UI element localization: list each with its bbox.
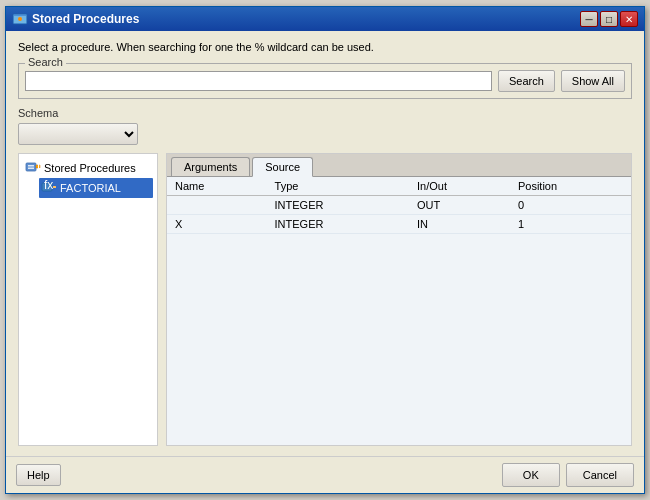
- cell-inout: IN: [409, 215, 510, 234]
- tabs-bar: Arguments Source: [167, 154, 631, 177]
- tree-factorial-item[interactable]: fx FACTORIAL: [39, 178, 153, 198]
- stored-procedures-icon: DB: [25, 160, 41, 176]
- cell-name: X: [167, 215, 267, 234]
- table-row: XINTEGERIN1: [167, 215, 631, 234]
- svg-text:DB: DB: [37, 160, 41, 172]
- description-text: Select a procedure. When searching for o…: [18, 41, 632, 53]
- col-type: Type: [267, 177, 409, 196]
- tab-arguments[interactable]: Arguments: [171, 157, 250, 176]
- right-panel: Arguments Source Name Type In/Out Positi…: [166, 153, 632, 446]
- tree-panel: DB Stored Procedures fx FACTORIAL: [18, 153, 158, 446]
- window-body: Select a procedure. When searching for o…: [6, 31, 644, 456]
- col-inout: In/Out: [409, 177, 510, 196]
- cancel-button[interactable]: Cancel: [566, 463, 634, 487]
- search-row: Search Show All: [25, 70, 625, 92]
- svg-point-2: [18, 17, 22, 21]
- svg-rect-5: [28, 168, 34, 170]
- tab-source[interactable]: Source: [252, 157, 313, 177]
- tree-factorial-label: FACTORIAL: [60, 182, 121, 194]
- maximize-button[interactable]: □: [600, 11, 618, 27]
- show-all-button[interactable]: Show All: [561, 70, 625, 92]
- cell-inout: OUT: [409, 196, 510, 215]
- svg-rect-4: [28, 165, 34, 167]
- schema-select[interactable]: [18, 123, 138, 145]
- title-text: Stored Procedures: [32, 12, 576, 26]
- arguments-table: Name Type In/Out Position INTEGEROUT0XIN…: [167, 177, 631, 234]
- help-button[interactable]: Help: [16, 464, 61, 486]
- cell-name: [167, 196, 267, 215]
- cell-type: INTEGER: [267, 215, 409, 234]
- footer-right: OK Cancel: [502, 463, 634, 487]
- svg-rect-9: [53, 186, 56, 188]
- cell-position: 1: [510, 215, 631, 234]
- search-group: Search Search Show All: [18, 63, 632, 99]
- tree-root-label: Stored Procedures: [44, 162, 136, 174]
- ok-button[interactable]: OK: [502, 463, 560, 487]
- schema-select-row: [18, 123, 632, 145]
- window-controls: ─ □ ✕: [580, 11, 638, 27]
- col-name: Name: [167, 177, 267, 196]
- close-button[interactable]: ✕: [620, 11, 638, 27]
- schema-label: Schema: [18, 107, 58, 119]
- table-container: Name Type In/Out Position INTEGEROUT0XIN…: [167, 177, 631, 445]
- svg-rect-3: [26, 163, 36, 171]
- stored-procedures-window: Stored Procedures ─ □ ✕ Select a procedu…: [5, 6, 645, 494]
- window-icon: [12, 11, 28, 27]
- table-row: INTEGEROUT0: [167, 196, 631, 215]
- tree-root-item[interactable]: DB Stored Procedures: [23, 158, 153, 178]
- svg-text:fx: fx: [44, 180, 53, 192]
- search-button[interactable]: Search: [498, 70, 555, 92]
- col-position: Position: [510, 177, 631, 196]
- schema-row: Schema: [18, 107, 632, 119]
- search-input[interactable]: [25, 71, 492, 91]
- search-group-label: Search: [25, 56, 66, 68]
- footer-bar: Help OK Cancel: [6, 456, 644, 493]
- title-bar: Stored Procedures ─ □ ✕: [6, 7, 644, 31]
- cell-position: 0: [510, 196, 631, 215]
- table-header-row: Name Type In/Out Position: [167, 177, 631, 196]
- main-content: DB Stored Procedures fx FACTORIAL: [18, 153, 632, 446]
- factorial-icon: fx: [41, 180, 57, 196]
- cell-type: INTEGER: [267, 196, 409, 215]
- minimize-button[interactable]: ─: [580, 11, 598, 27]
